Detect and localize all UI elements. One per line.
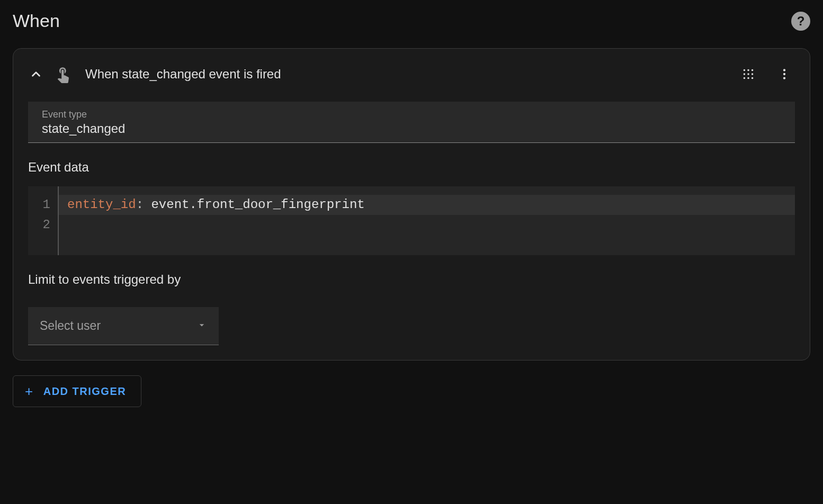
event-data-editor[interactable]: 1 2 entity_id: event.front_door_fingerpr…	[28, 186, 795, 255]
user-select-placeholder: Select user	[40, 319, 101, 333]
trigger-title: When state_changed event is fired	[85, 67, 738, 82]
event-type-input[interactable]	[42, 121, 781, 136]
svg-point-5	[752, 73, 753, 75]
chevron-up-icon[interactable]	[28, 66, 44, 82]
trigger-card: When state_changed event is fired Event …	[13, 48, 810, 361]
svg-point-8	[752, 77, 753, 79]
plus-icon: +	[25, 384, 34, 398]
yaml-colon: :	[136, 197, 144, 212]
touch-app-icon	[53, 65, 73, 84]
user-select[interactable]: Select user	[28, 307, 219, 345]
svg-point-10	[783, 73, 785, 75]
trigger-card-header: When state_changed event is fired	[28, 49, 795, 100]
svg-point-4	[747, 73, 749, 75]
drag-handle-icon[interactable]	[738, 64, 759, 85]
svg-point-0	[744, 69, 745, 71]
add-trigger-label: ADD TRIGGER	[43, 385, 127, 398]
card-header-actions	[738, 64, 795, 85]
svg-point-2	[752, 69, 753, 71]
svg-point-11	[783, 77, 785, 79]
limit-label: Limit to events triggered by	[28, 272, 795, 287]
event-type-label: Event type	[42, 109, 781, 120]
add-trigger-button[interactable]: + ADD TRIGGER	[13, 375, 141, 407]
code-line-2[interactable]	[67, 215, 786, 235]
code-line-1[interactable]: entity_id: event.front_door_fingerprint	[59, 195, 795, 215]
svg-point-6	[744, 77, 745, 79]
svg-point-3	[744, 73, 745, 75]
gutter-line-2: 2	[33, 215, 50, 235]
svg-point-1	[747, 69, 749, 71]
section-header: When ?	[13, 11, 810, 31]
svg-point-9	[783, 69, 785, 71]
code-area[interactable]: entity_id: event.front_door_fingerprint	[58, 186, 795, 255]
event-data-label: Event data	[28, 160, 795, 175]
yaml-key: entity_id	[67, 197, 136, 212]
event-type-field[interactable]: Event type	[28, 102, 795, 143]
section-title: When	[13, 11, 60, 31]
yaml-value: event.front_door_fingerprint	[144, 197, 365, 212]
caret-down-icon	[196, 320, 207, 332]
gutter-line-1: 1	[33, 195, 50, 215]
help-icon[interactable]: ?	[791, 12, 810, 31]
code-gutter: 1 2	[28, 186, 58, 255]
more-vert-icon[interactable]	[774, 64, 795, 85]
svg-point-7	[747, 77, 749, 79]
